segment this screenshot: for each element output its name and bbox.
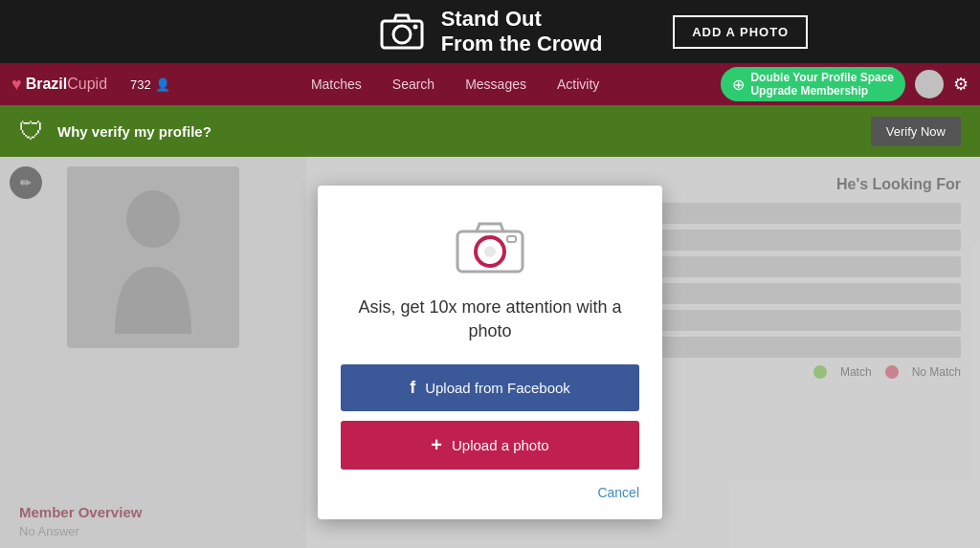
- facebook-upload-label: Upload from Facebook: [425, 380, 570, 396]
- verify-bar: 🛡 Why verify my profile? Verify Now: [0, 105, 980, 157]
- main-content: ✏ He's Looking For Any Any Any Any Any A…: [0, 157, 980, 548]
- nav-activity[interactable]: Activity: [557, 77, 599, 92]
- svg-point-2: [412, 25, 417, 30]
- modal-camera-icon: [341, 214, 639, 280]
- logo: ♥ Brazil Cupid: [11, 75, 107, 95]
- facebook-upload-button[interactable]: f Upload from Facebook: [341, 364, 639, 411]
- photo-upload-modal: Asis, get 10x more attention with a phot…: [318, 186, 662, 519]
- upgrade-text: Double Your Profile Space Upgrade Member…: [750, 71, 894, 99]
- nav-search[interactable]: Search: [392, 77, 434, 92]
- logo-heart-icon: ♥: [11, 75, 22, 95]
- notification-icon: 👤: [155, 77, 170, 92]
- plus-icon: +: [431, 434, 442, 456]
- logo-cupid: Cupid: [67, 76, 107, 93]
- nav-links: Matches Search Messages Activity: [189, 77, 722, 92]
- verify-text: Why verify my profile?: [57, 123, 858, 140]
- top-banner: Stand Out From the Crowd ADD A PHOTO: [0, 0, 980, 63]
- verify-now-button[interactable]: Verify Now: [871, 117, 961, 146]
- svg-point-1: [393, 26, 411, 43]
- avatar[interactable]: [915, 70, 944, 99]
- upload-photo-label: Upload a photo: [452, 437, 549, 453]
- nav-matches[interactable]: Matches: [311, 77, 362, 92]
- nav-bar: ♥ Brazil Cupid 732 👤 Matches Search Mess…: [0, 63, 980, 105]
- modal-title: Asis, get 10x more attention with a phot…: [341, 296, 639, 343]
- verify-shield-icon: 🛡: [19, 117, 44, 146]
- cancel-link[interactable]: Cancel: [341, 485, 639, 500]
- nav-messages[interactable]: Messages: [465, 77, 526, 92]
- upgrade-icon: ⊕: [732, 76, 745, 94]
- svg-rect-7: [507, 236, 516, 242]
- upgrade-button[interactable]: ⊕ Double Your Profile Space Upgrade Memb…: [721, 67, 905, 102]
- photo-upload-button[interactable]: + Upload a photo: [341, 421, 639, 470]
- facebook-icon: f: [410, 378, 415, 398]
- settings-icon[interactable]: ⚙: [953, 74, 969, 95]
- svg-point-6: [484, 246, 496, 257]
- nav-right: ⊕ Double Your Profile Space Upgrade Memb…: [721, 67, 969, 102]
- modal-overlay: Asis, get 10x more attention with a phot…: [0, 157, 980, 548]
- add-photo-button[interactable]: ADD A PHOTO: [673, 15, 808, 49]
- notification-count: 732: [130, 77, 151, 92]
- logo-brazil: Brazil: [26, 76, 68, 93]
- banner-camera-icon: [378, 10, 426, 54]
- banner-title: Stand Out From the Crowd: [441, 7, 603, 57]
